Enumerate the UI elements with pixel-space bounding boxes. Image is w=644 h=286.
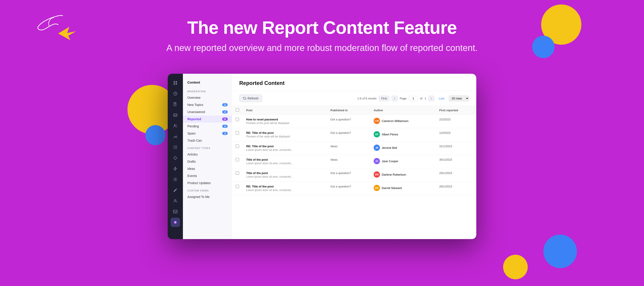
page-title: The new Report Content Feature: [0, 18, 644, 37]
table-row: RE: Title of the post Preview of the rep…: [232, 128, 476, 141]
svg-point-17: [176, 148, 177, 149]
icon-document[interactable]: [170, 100, 180, 109]
icon-active-circle[interactable]: [170, 218, 180, 227]
row-checkbox-2[interactable]: [236, 145, 239, 148]
nav-item-reported[interactable]: Reported 06: [183, 115, 232, 123]
author-name-5: Darrell Steward: [382, 186, 402, 190]
main-content: Reported Content Refresh 1-6 of 6 result…: [232, 74, 476, 239]
col-first-reported: First reported: [436, 106, 476, 115]
sidebar-icons: [168, 74, 183, 239]
author-avatar-3: JC: [374, 158, 380, 164]
svg-point-19: [175, 179, 176, 180]
author-avatar-0: CW: [374, 118, 380, 124]
row-checkbox-0[interactable]: [236, 118, 239, 121]
page-number-input[interactable]: [409, 96, 418, 101]
author-name-4: Darlene Robertson: [382, 173, 406, 176]
author-name-1: Albert Flores: [382, 133, 398, 136]
date-cell-5: 28/1/2023: [436, 182, 476, 195]
icon-chart[interactable]: [170, 132, 180, 141]
nav-item-assigned-to-me[interactable]: Assigned To Me: [183, 193, 232, 200]
author-cell-2: JB Jerome Bell: [374, 145, 432, 151]
icon-settings[interactable]: [170, 175, 180, 184]
nav-badge-unanswered: 13: [222, 110, 228, 113]
icon-tag[interactable]: [170, 153, 180, 163]
rows-per-page-select[interactable]: 25 rows 50 rows 100 rows: [449, 95, 469, 101]
icon-edit[interactable]: [170, 185, 180, 195]
author-cell-3: JC Jane Cooper: [374, 158, 432, 164]
icon-inbox[interactable]: [170, 110, 180, 120]
nav-item-ideas[interactable]: Ideas: [183, 165, 232, 172]
nav-item-drafts[interactable]: Drafts: [183, 158, 232, 165]
author-cell-0: CW Cameron Williamson: [374, 118, 432, 124]
refresh-button[interactable]: Refresh: [239, 94, 262, 102]
icon-apps[interactable]: [170, 143, 180, 152]
date-cell-2: 31/1/2023: [436, 141, 476, 155]
post-title-5: RE: Title of the post: [246, 185, 323, 188]
nav-item-product-updates[interactable]: Product Updates: [183, 179, 232, 187]
author-cell-4: DR Darlene Robertson: [374, 171, 432, 178]
icon-mail[interactable]: [170, 207, 180, 216]
nav-badge-spam: 13: [222, 132, 228, 135]
icon-clock[interactable]: [170, 89, 180, 98]
first-page-button[interactable]: First: [379, 96, 389, 101]
svg-point-23: [175, 222, 176, 223]
toolbar: Refresh 1-6 of 6 results First ‹ Page of…: [232, 91, 476, 106]
content-header: Reported Content: [232, 74, 476, 91]
svg-point-18: [174, 157, 175, 158]
last-page-button[interactable]: Last: [436, 96, 446, 101]
date-cell-1: 1/2/2023: [436, 128, 476, 141]
icon-users[interactable]: [170, 121, 180, 130]
select-all-checkbox[interactable]: [236, 108, 239, 111]
next-page-button[interactable]: ›: [428, 96, 434, 101]
post-title-1: RE: Title of the post: [246, 131, 323, 135]
published-in-5: Got a question?: [327, 182, 370, 195]
nav-item-spam[interactable]: Spam 13: [183, 130, 232, 137]
nav-item-overview[interactable]: Overview: [183, 94, 232, 101]
published-in-0: Got a question?: [327, 115, 370, 128]
nav-item-events[interactable]: Events: [183, 172, 232, 179]
post-title-0: How to reset password: [246, 118, 323, 121]
nav-item-articles[interactable]: Articles: [183, 151, 232, 158]
author-name-3: Jane Cooper: [382, 160, 398, 163]
icon-person[interactable]: [170, 196, 180, 206]
post-title-4: Title of the post: [246, 171, 323, 175]
svg-rect-4: [176, 83, 177, 85]
svg-point-15: [174, 148, 174, 149]
row-checkbox-4[interactable]: [236, 171, 239, 175]
date-cell-0: 2/2/2023: [436, 115, 476, 128]
row-checkbox-5[interactable]: [236, 185, 239, 188]
post-preview-2: Lorem ipsum dolor sit ame, consectet...: [246, 148, 323, 151]
nav-item-trash-can[interactable]: Trash Can: [183, 137, 232, 144]
reported-content-table: Post Published in Author First reported …: [232, 106, 476, 195]
svg-rect-2: [176, 81, 177, 83]
post-preview-0: Preview of the post will be displayed: [246, 122, 323, 125]
nav-badge-pending: 13: [222, 125, 228, 128]
nav-badge-reported: 06: [222, 118, 228, 121]
row-checkbox-3[interactable]: [236, 158, 239, 161]
post-preview-3: Lorem ipsum dolor sit ame, consectet...: [246, 162, 323, 165]
header-section: The new Report Content Feature A new rep…: [0, 18, 644, 53]
pagination-info: 1-6 of 6 results First ‹ Page of 1 › Las…: [357, 95, 469, 101]
svg-point-8: [174, 124, 175, 126]
post-title-3: Title of the post: [246, 158, 323, 161]
post-title-2: RE: Title of the post: [246, 145, 323, 148]
author-cell-5: DS Darrell Steward: [374, 185, 432, 191]
icon-grid[interactable]: [170, 78, 180, 88]
prev-page-button[interactable]: ‹: [392, 96, 397, 101]
row-checkbox-1[interactable]: [236, 131, 239, 135]
refresh-icon: [243, 97, 246, 100]
nav-item-unanswered[interactable]: Unanswered 13: [183, 108, 232, 115]
author-name-2: Jerome Bell: [382, 146, 397, 149]
icon-lightning[interactable]: [170, 164, 180, 173]
col-author: Author: [370, 106, 436, 115]
table-row: RE: Title of the post Lorem ipsum dolor …: [232, 182, 476, 195]
author-cell-1: AF Albert Flores: [374, 131, 432, 137]
published-in-1: Got a question?: [327, 128, 370, 141]
nav-custom-views-section: CUSTOM VIEWS: [183, 187, 232, 193]
col-post: Post: [242, 106, 327, 115]
svg-point-14: [176, 147, 177, 147]
author-avatar-5: DS: [374, 185, 380, 191]
nav-content-types-section: CONTENT TYPES: [183, 144, 232, 151]
nav-item-new-topics[interactable]: New Topics 13: [183, 101, 232, 108]
nav-item-pending[interactable]: Pending 13: [183, 123, 232, 130]
